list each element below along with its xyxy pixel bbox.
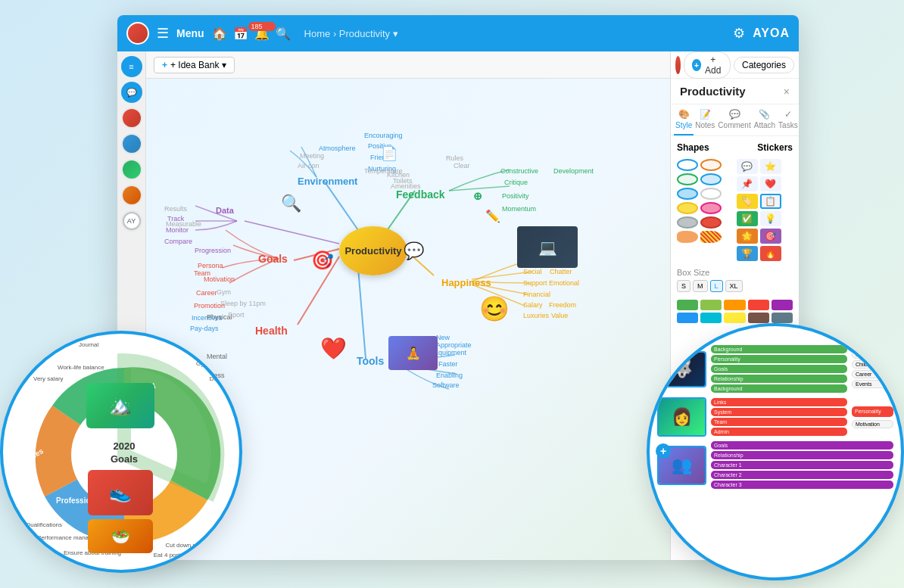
box-size-xl[interactable]: XL <box>725 280 743 292</box>
sticker-8[interactable]: 💡 <box>760 211 781 226</box>
tab-comment[interactable]: 💬 Comment <box>716 104 752 135</box>
central-node[interactable]: Productivity <box>339 226 407 275</box>
shape-oval-teal[interactable] <box>700 173 722 185</box>
item-gym: Gym <box>196 360 209 367</box>
shape-irregular-1[interactable] <box>677 231 698 243</box>
box-size-label: Box Size <box>677 268 793 277</box>
settings-icon[interactable]: ⚙ <box>733 25 745 42</box>
breadcrumb-home[interactable]: Home <box>304 28 331 39</box>
box-size-medium[interactable]: M <box>693 280 708 292</box>
item-childhood[interactable]: Childhood <box>852 360 893 369</box>
color-brown[interactable] <box>748 313 769 323</box>
panel-user-avatar[interactable] <box>675 56 681 74</box>
branch-links[interactable]: Links <box>711 398 847 406</box>
branch-goals-1[interactable]: Goals <box>711 365 847 373</box>
color-cyan[interactable] <box>700 313 722 323</box>
sticker-11[interactable]: 🏆 <box>737 246 758 261</box>
color-bluegray[interactable] <box>772 313 793 323</box>
branch-personality-1[interactable]: Personality <box>711 355 847 363</box>
shape-oval-green[interactable] <box>677 173 698 185</box>
panel-tabs: 🎨 Style 📝 Notes 💬 Comment 📎 Attach ✓ Tas… <box>671 104 799 136</box>
tab-attach[interactable]: 📎 Attach <box>753 104 777 135</box>
color-blue[interactable] <box>677 313 698 323</box>
color-theme-row-1 <box>677 300 793 310</box>
item-motivation-r[interactable]: Motivation <box>852 420 893 428</box>
sticker-10[interactable]: 🎯 <box>760 229 781 244</box>
stickers-label: Stickers <box>757 142 793 153</box>
sticker-4[interactable]: ❤️ <box>760 176 781 191</box>
branch-team[interactable]: Team <box>711 418 847 426</box>
sticker-6-selected[interactable]: 📋 <box>760 194 781 209</box>
calendar-icon[interactable]: 📅 <box>233 26 248 41</box>
item-career-r[interactable]: Career <box>852 370 893 378</box>
tools-branch[interactable]: Tools <box>357 355 384 367</box>
goals-branch[interactable]: Goals <box>258 253 288 265</box>
branch-relationship-3[interactable]: Relationship <box>711 451 893 459</box>
tab-style[interactable]: 🎨 Style <box>674 104 694 135</box>
data-branch[interactable]: Data <box>216 206 234 215</box>
breadcrumb-current[interactable]: Productivity <box>339 28 390 39</box>
shape-oval-white[interactable] <box>700 188 722 200</box>
home-icon[interactable]: 🏠 <box>212 26 227 41</box>
branch-char3[interactable]: Character 3 <box>711 481 893 489</box>
shape-oval-gray[interactable] <box>677 216 698 229</box>
happiness-branch[interactable]: Happiness <box>441 277 491 288</box>
menu-label[interactable]: Menu <box>176 27 204 39</box>
environment-branch[interactable]: Environment <box>298 176 357 187</box>
sidebar-avatar-5[interactable]: AY <box>121 210 142 232</box>
sticker-5[interactable]: 🏷️ <box>737 194 758 209</box>
sticker-7[interactable]: ✅ <box>737 211 758 226</box>
branch-char1[interactable]: Character 1 <box>711 461 893 469</box>
shape-oval-lightblue[interactable] <box>677 188 698 200</box>
tab-tasks[interactable]: ✓ Tasks <box>777 104 799 135</box>
sidebar-avatar-4[interactable] <box>121 185 142 206</box>
svg-line-6 <box>245 221 339 244</box>
branch-background-2[interactable]: Background <box>711 384 847 393</box>
color-yellow[interactable] <box>724 313 745 323</box>
categories-button[interactable]: Categories <box>734 57 794 73</box>
sticker-3[interactable]: 📌 <box>737 176 758 191</box>
sidebar-icon-chat[interactable]: 💬 <box>121 82 142 103</box>
sidebar-icon-filter[interactable]: ≡ <box>121 56 142 77</box>
sticker-9[interactable]: 🌟 <box>737 229 758 244</box>
branch-background-1[interactable]: Background <box>711 345 847 353</box>
shape-oval-yellow[interactable] <box>677 202 698 214</box>
item-songs[interactable]: Songs <box>852 350 893 359</box>
idea-bank-button[interactable]: + + Idea Bank ▾ <box>154 57 235 73</box>
branch-goals-3[interactable]: Goals <box>711 441 893 450</box>
health-branch[interactable]: Health <box>255 325 288 337</box>
shape-oval-pink[interactable] <box>700 202 722 214</box>
shape-oval-orange[interactable] <box>700 159 722 171</box>
search-icon[interactable]: 🔍 <box>276 26 291 41</box>
personality-label[interactable]: Personality <box>852 406 893 417</box>
color-red[interactable] <box>748 300 769 310</box>
branch-system[interactable]: System <box>711 408 847 416</box>
sidebar-avatar-3[interactable] <box>121 159 142 180</box>
breadcrumb-arrow[interactable]: ▾ <box>393 28 398 39</box>
sidebar-avatar-1[interactable] <box>121 107 142 129</box>
color-lightgreen[interactable] <box>700 300 722 310</box>
add-button[interactable]: + + Add <box>684 51 731 79</box>
item-events[interactable]: Events <box>852 380 893 388</box>
box-size-large[interactable]: L <box>710 280 723 292</box>
sticker-1[interactable]: 💬 <box>737 159 758 174</box>
branch-admin[interactable]: Admin <box>711 428 847 436</box>
sticker-2[interactable]: ⭐ <box>760 159 781 174</box>
shape-oval-blue[interactable] <box>677 159 698 171</box>
hamburger-icon[interactable]: ☰ <box>157 25 169 42</box>
color-orange[interactable] <box>724 300 745 310</box>
color-purple[interactable] <box>772 300 793 310</box>
shape-oval-red[interactable] <box>700 216 722 229</box>
sidebar-avatar-2[interactable] <box>121 133 142 154</box>
color-green[interactable] <box>677 300 698 310</box>
shape-irregular-2[interactable] <box>700 231 722 243</box>
sticker-12[interactable]: 🔥 <box>760 246 781 261</box>
branch-relationship-1[interactable]: Relationship <box>711 375 847 383</box>
branch-char2[interactable]: Character 2 <box>711 471 893 479</box>
panel-close-button[interactable]: × <box>784 86 790 98</box>
box-size-small[interactable]: S <box>677 280 690 292</box>
tab-notes[interactable]: 📝 Notes <box>694 104 716 135</box>
sub-positivity-fb: Positivity <box>496 191 535 201</box>
add-node-button[interactable]: + <box>656 443 671 459</box>
user-avatar[interactable] <box>126 22 149 45</box>
